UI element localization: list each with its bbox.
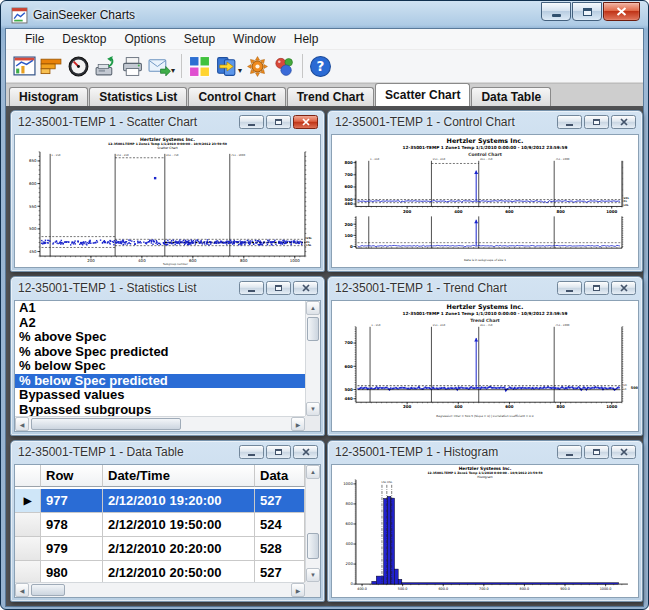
data-entry-button[interactable] — [92, 52, 119, 80]
maximize-button[interactable] — [572, 2, 602, 21]
send-email-button[interactable] — [146, 52, 173, 80]
control-maximize-button[interactable] — [584, 115, 609, 129]
print-button[interactable] — [119, 52, 146, 80]
list-item[interactable]: A2 — [15, 316, 305, 331]
horizontal-scrollbar[interactable]: ◀ ▶ — [15, 416, 305, 431]
scrollbar-thumb[interactable] — [31, 584, 65, 596]
themes-button[interactable] — [271, 52, 298, 80]
minimize-button[interactable] — [541, 2, 571, 21]
table-window-titlebar[interactable]: 12-35001-TEMP 1 - Data Table — [11, 441, 324, 462]
scatter-maximize-button[interactable] — [266, 115, 291, 129]
scatter-window-titlebar[interactable]: 12-35001-TEMP 1 - Scatter Chart — [11, 111, 324, 132]
data-table-window[interactable]: 12-35001-TEMP 1 - Data Table Row Date/Ti… — [10, 440, 325, 602]
tab-trend-chart[interactable]: Trend Chart — [287, 87, 374, 106]
list-item[interactable]: A1 — [15, 301, 305, 316]
menu-item-help[interactable]: Help — [285, 30, 328, 48]
table-minimize-button[interactable] — [239, 445, 264, 459]
control-minimize-button[interactable] — [557, 115, 582, 129]
menu-item-file[interactable]: File — [16, 30, 53, 48]
scatter-minimize-button[interactable] — [239, 115, 264, 129]
histogram-minimize-button[interactable] — [557, 445, 582, 459]
trend-close-button[interactable] — [611, 281, 636, 295]
stats-window-titlebar[interactable]: 12-35001-TEMP 1 - Statistics List — [11, 277, 324, 298]
scrollbar-thumb[interactable] — [307, 317, 319, 341]
table-cell[interactable]: 2/12/2010 19:50:00 — [103, 513, 255, 537]
scroll-up-button[interactable]: ▲ — [306, 301, 320, 315]
table-cell[interactable]: 977 — [41, 489, 103, 513]
help-button[interactable]: ? — [307, 52, 334, 80]
scroll-down-button[interactable]: ▼ — [306, 402, 320, 416]
menu-item-window[interactable]: Window — [224, 30, 285, 48]
control-close-button[interactable] — [611, 115, 636, 129]
table-cell[interactable]: 2/12/2010 20:20:00 — [103, 537, 255, 561]
table-maximize-button[interactable] — [266, 445, 291, 459]
list-item[interactable]: Bypassed values — [15, 388, 305, 403]
list-item[interactable]: Bypassed subgroups — [15, 403, 305, 417]
table-cell[interactable]: 524 — [255, 513, 305, 537]
settings-button[interactable] — [244, 52, 271, 80]
tab-data-table[interactable]: Data Table — [471, 87, 551, 106]
menu-item-setup[interactable]: Setup — [175, 30, 224, 48]
row-selector[interactable] — [15, 513, 41, 537]
menu-item-options[interactable]: Options — [115, 30, 174, 48]
charts-button[interactable] — [11, 52, 38, 80]
histogram-window-titlebar[interactable]: 12-35001-TEMP 1 - Histogram — [328, 441, 642, 462]
scroll-down-button[interactable]: ▼ — [306, 568, 320, 582]
scrollbar-thumb[interactable] — [31, 418, 181, 430]
stats-close-button[interactable] — [293, 281, 318, 295]
column-header-row[interactable]: Row — [41, 465, 103, 487]
control-chart-window[interactable]: 12-35001-TEMP 1 - Control Chart Hertzler… — [327, 110, 643, 272]
scroll-right-button[interactable]: ▶ — [291, 583, 305, 597]
scroll-left-button[interactable]: ◀ — [15, 583, 29, 597]
stats-minimize-button[interactable] — [239, 281, 264, 295]
scroll-right-button[interactable]: ▶ — [291, 417, 305, 431]
switch-window-dropdown-button[interactable]: ▾ — [238, 66, 242, 75]
row-selector[interactable] — [15, 537, 41, 561]
email-dropdown-button[interactable]: ▾ — [171, 66, 175, 75]
scroll-up-button[interactable]: ▲ — [306, 465, 320, 479]
scatter-chart-canvas[interactable]: Hertzler Systems Inc.12-35001-TEMP 1 Zon… — [15, 135, 320, 267]
switch-window-button[interactable] — [213, 52, 240, 80]
trend-window-titlebar[interactable]: 12-35001-TEMP 1 - Trend Chart — [328, 277, 642, 298]
table-cell[interactable]: 979 — [41, 537, 103, 561]
control-chart-canvas[interactable]: Hertzler Systems Inc.12-35001-TEMP 1 Zon… — [332, 135, 638, 267]
scroll-left-button[interactable]: ◀ — [15, 417, 29, 431]
table-close-button[interactable] — [293, 445, 318, 459]
table-cell[interactable]: 978 — [41, 513, 103, 537]
vertical-scrollbar[interactable]: ▲ ▼ — [305, 465, 320, 582]
list-item[interactable]: % above Spec predicted — [15, 345, 305, 360]
scatter-close-button[interactable] — [293, 115, 318, 129]
trend-chart-window[interactable]: 12-35001-TEMP 1 - Trend Chart Hertzler S… — [327, 276, 643, 436]
histogram-close-button[interactable] — [611, 445, 636, 459]
horizontal-scrollbar[interactable]: ◀ ▶ — [15, 582, 305, 597]
trend-chart-canvas[interactable]: Hertzler Systems Inc.12-35001-TEMP 1 Zon… — [332, 301, 638, 431]
tab-statistics-list[interactable]: Statistics List — [89, 87, 187, 106]
pareto-button[interactable] — [38, 52, 65, 80]
stats-maximize-button[interactable] — [266, 281, 291, 295]
vertical-scrollbar[interactable]: ▲ ▼ — [305, 301, 320, 416]
column-header-datetime[interactable]: Date/Time — [103, 465, 255, 487]
histogram-chart-canvas[interactable]: Hertzler Systems Inc.12-35001-TEMP 1 Zon… — [332, 465, 638, 597]
table-cell[interactable]: 527 — [255, 489, 305, 513]
data-table-grid[interactable]: Row Date/Time Data ▶ 977 2/12/2010 19:20… — [15, 465, 305, 582]
tile-windows-button[interactable] — [186, 52, 213, 80]
list-item[interactable]: % above Spec — [15, 330, 305, 345]
histogram-maximize-button[interactable] — [584, 445, 609, 459]
trend-minimize-button[interactable] — [557, 281, 582, 295]
histogram-window[interactable]: 12-35001-TEMP 1 - Histogram Hertzler Sys… — [327, 440, 643, 602]
menu-item-desktop[interactable]: Desktop — [53, 30, 115, 48]
statistics-list-window[interactable]: 12-35001-TEMP 1 - Statistics List A1 A2 … — [10, 276, 325, 436]
table-cell[interactable]: 528 — [255, 537, 305, 561]
list-item-selected[interactable]: % below Spec predicted — [15, 374, 305, 389]
row-selector-current[interactable]: ▶ — [15, 489, 41, 513]
close-button[interactable] — [603, 2, 640, 21]
control-window-titlebar[interactable]: 12-35001-TEMP 1 - Control Chart — [328, 111, 642, 132]
tab-histogram[interactable]: Histogram — [9, 87, 88, 106]
tab-scatter-chart[interactable]: Scatter Chart — [375, 83, 470, 106]
gauge-button[interactable] — [65, 52, 92, 80]
scatter-chart-window[interactable]: 12-35001-TEMP 1 - Scatter Chart Hertzler… — [10, 110, 325, 272]
title-bar[interactable]: GainSeeker Charts — [5, 1, 644, 28]
column-header-data[interactable]: Data — [255, 465, 305, 487]
list-item[interactable]: % below Spec — [15, 359, 305, 374]
scrollbar-thumb[interactable] — [307, 533, 319, 559]
